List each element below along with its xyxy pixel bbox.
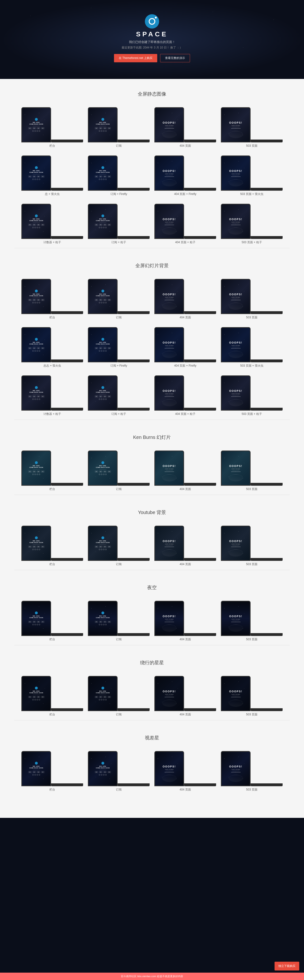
- laptop-screen: OOOPS!SORRY, THE PAGE: [155, 328, 183, 362]
- card[interactable]: OOOPS!SORRY, THE PAGE404 页面: [154, 447, 216, 491]
- card[interactable]: OOOPS!SORRY, THE PAGE503 页面 + 萤火虫: [221, 323, 283, 368]
- hero-title: SPACE: [5, 30, 299, 38]
- section-title-parallax: 视差星: [14, 732, 290, 741]
- social-icon: [103, 398, 104, 400]
- card[interactable]: OOOPS!SORRY, THE PAGE404 页面: [154, 597, 216, 641]
- social-icon: [101, 350, 102, 352]
- card[interactable]: OOOPS!SORRY, THE PAGE404 页面: [154, 522, 216, 566]
- card-label: 订阅: [116, 637, 122, 641]
- laptop-screen: WE ARECOME BACK SOON00000000: [22, 280, 50, 313]
- card[interactable]: WE ARECOME BACK SOON00000000栏台: [21, 522, 83, 566]
- laptop-body: OOOPS!SORRY, THE PAGE: [154, 327, 184, 362]
- social-icon: [99, 624, 100, 625]
- laptop-body: OOOPS!SORRY, THE PAGE: [154, 204, 184, 239]
- card[interactable]: WE ARECOME BACK SOON00000000栏台: [21, 747, 83, 792]
- social-icon: [32, 178, 34, 180]
- card[interactable]: OOOPS!SORRY, THE PAGE404 页面 + Firefly: [154, 151, 216, 196]
- laptop-base: [117, 783, 150, 786]
- grid-row-0-1: WE ARECOME BACK SOON00000000忠 + 萤火虫WE AR…: [14, 151, 290, 196]
- sections-container: 全屏静态图像WE ARECOME BACK SOON00000000栏台WE A…: [14, 88, 290, 792]
- card[interactable]: OOOPS!SORRY, THE PAGE503 页面: [221, 522, 283, 566]
- grid-row-3-0: WE ARECOME BACK SOON00000000栏台WE ARECOME…: [14, 522, 290, 566]
- card[interactable]: WE ARECOME BACK SOON00000000订阅 + Firefly: [88, 323, 150, 368]
- card[interactable]: WE ARECOME BACK SOON00000000栏台: [21, 597, 83, 641]
- card[interactable]: OOOPS!SORRY, THE PAGE503 页面 + 萤火虫: [221, 151, 283, 196]
- laptop-container: OOOPS!SORRY, THE PAGE: [221, 275, 283, 314]
- card-label: 503 页面: [246, 713, 257, 717]
- card[interactable]: OOOPS!SORRY, THE PAGE404 页面 + 粒子: [154, 200, 216, 244]
- card[interactable]: WE ARECOME BACK SOON00000000忠志 + 萤火虫: [21, 323, 83, 368]
- screen-content: WE ARECOME BACK SOON00000000: [90, 215, 115, 228]
- card[interactable]: OOOPS!SORRY, THE PAGE404 页面: [154, 103, 216, 148]
- card[interactable]: WE ARECOME BACK SOON00000000订阅: [88, 103, 150, 148]
- section-slideshow-bg: 全屏幻灯片背景WE ARECOME BACK SOON00000000栏台WE …: [14, 260, 290, 420]
- card-label: 404 页面 + Firefly: [174, 364, 196, 368]
- grid-row-2-0: WE ARECOME BACK SOON00000000栏台WE ARECOME…: [14, 447, 290, 491]
- social-icon: [32, 398, 34, 400]
- card[interactable]: OOOPS!SORRY, THE PAGE503 页面: [221, 447, 283, 491]
- laptop-base: [184, 140, 216, 142]
- card[interactable]: OOOPS!SORRY, THE PAGE404 页面 + Firefly: [154, 323, 216, 368]
- card[interactable]: WE ARECOME BACK SOON00000000栏台: [21, 275, 83, 320]
- social-icon: [105, 474, 107, 475]
- card[interactable]: WE ARECOME BACK SOON00000000订阅 + 粒子: [88, 200, 150, 244]
- laptop-screen: OOOPS!SORRY, THE PAGE: [155, 108, 183, 142]
- card[interactable]: OOOPS!SORRY, THE PAGE503 页面: [221, 103, 283, 148]
- social-icon: [105, 350, 107, 352]
- screen-content: OOOPS!SORRY, THE PAGE: [157, 765, 182, 772]
- laptop-container: OOOPS!SORRY, THE PAGE: [154, 597, 216, 636]
- card-label: 忠志 + 萤火虫: [43, 364, 61, 368]
- card[interactable]: WE ARECOME BACK SOON00000000订阅: [88, 447, 150, 491]
- card[interactable]: WE ARECOME BACK SOON00000000计数器 + 粒子: [21, 371, 83, 416]
- laptop-container: WE ARECOME BACK SOON00000000: [88, 672, 150, 711]
- card[interactable]: WE ARECOME BACK SOON00000000订阅 + 粒子: [88, 371, 150, 416]
- card[interactable]: OOOPS!SORRY, THE PAGE503 页面 + 粒子: [221, 371, 283, 416]
- grid-row-1-1: WE ARECOME BACK SOON00000000忠志 + 萤火虫WE A…: [14, 323, 290, 368]
- screen-content: OOOPS!SORRY, THE PAGE: [223, 765, 248, 772]
- hero-subtitle: 我们已经创建了即将推出的页面！: [5, 40, 299, 44]
- section-title-night-sky: 夜空: [14, 582, 290, 591]
- laptop-base: [117, 311, 150, 314]
- card[interactable]: WE ARECOME BACK SOON00000000订阅: [88, 672, 150, 717]
- card[interactable]: WE ARECOME BACK SOON00000000栏台: [21, 447, 83, 491]
- card[interactable]: OOOPS!SORRY, THE PAGE404 页面: [154, 275, 216, 320]
- laptop-container: OOOPS!SORRY, THE PAGE: [221, 371, 283, 410]
- card[interactable]: WE ARECOME BACK SOON00000000订阅: [88, 597, 150, 641]
- laptop-container: OOOPS!SORRY, THE PAGE: [221, 323, 283, 362]
- card[interactable]: WE ARECOME BACK SOON00000000订阅 + Firefly: [88, 151, 150, 196]
- card[interactable]: WE ARECOME BACK SOON00000000订阅: [88, 747, 150, 792]
- card[interactable]: WE ARECOME BACK SOON00000000栏台: [21, 103, 83, 148]
- social-icon: [101, 699, 102, 700]
- buy-button[interactable]: 在 Themeforest.net 上购买: [114, 54, 157, 62]
- card[interactable]: OOOPS!SORRY, THE PAGE503 页面: [221, 597, 283, 641]
- section-ken-burns: Ken Burns 幻灯片WE ARECOME BACK SOON0000000…: [14, 432, 290, 495]
- social-icon: [36, 130, 38, 132]
- card-label: 栏台: [49, 144, 55, 148]
- social-icon: [39, 302, 40, 303]
- screen-content: OOOPS!SORRY, THE PAGE: [223, 341, 248, 348]
- card-label: 404 页面 + Firefly: [174, 192, 196, 196]
- social-icon: [105, 227, 107, 228]
- card[interactable]: OOOPS!SORRY, THE PAGE404 页面: [154, 672, 216, 717]
- laptop-screen: WE ARECOME BACK SOON00000000: [89, 204, 117, 238]
- card[interactable]: OOOPS!SORRY, THE PAGE503 页面 + 粒子: [221, 200, 283, 244]
- demo-button[interactable]: 查看完整的演示: [160, 54, 190, 62]
- card-label: 计数器 + 粒子: [43, 412, 61, 416]
- social-icon: [36, 398, 38, 400]
- screen-content: OOOPS!SORRY, THE PAGE: [223, 539, 248, 547]
- card[interactable]: WE ARECOME BACK SOON00000000订阅: [88, 522, 150, 566]
- card[interactable]: OOOPS!SORRY, THE PAGE503 页面: [221, 275, 283, 320]
- card[interactable]: OOOPS!SORRY, THE PAGE503 页面: [221, 672, 283, 717]
- social-icon: [103, 302, 104, 303]
- card[interactable]: WE ARECOME BACK SOON00000000订阅: [88, 275, 150, 320]
- laptop-body: WE ARECOME BACK SOON00000000: [21, 375, 51, 410]
- screen-content: OOOPS!SORRY, THE PAGE: [223, 690, 248, 697]
- card[interactable]: WE ARECOME BACK SOON00000000忠 + 萤火虫: [21, 151, 83, 196]
- laptop-body: OOOPS!SORRY, THE PAGE: [221, 156, 250, 191]
- card[interactable]: OOOPS!SORRY, THE PAGE503 页面: [221, 747, 283, 792]
- card[interactable]: WE ARECOME BACK SOON00000000计数器 + 粒子: [21, 200, 83, 244]
- card[interactable]: OOOPS!SORRY, THE PAGE404 页面: [154, 747, 216, 792]
- card[interactable]: OOOPS!SORRY, THE PAGE404 页面 + 粒子: [154, 371, 216, 416]
- card[interactable]: WE ARECOME BACK SOON00000000栏台: [21, 672, 83, 717]
- laptop-body: WE ARECOME BACK SOON00000000: [21, 156, 51, 191]
